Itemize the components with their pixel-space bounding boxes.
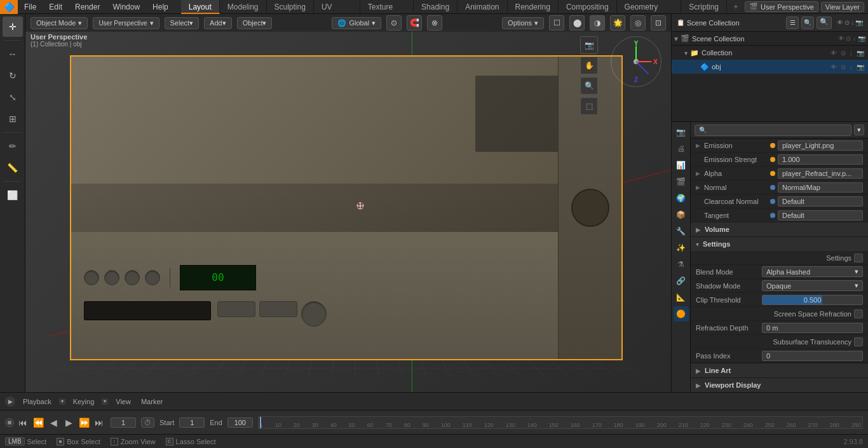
obj-action-hide[interactable]: ↓ xyxy=(848,64,854,71)
scene-selector[interactable]: 🎬 User Perspective xyxy=(745,1,818,12)
proportional-btn[interactable]: ⊗ xyxy=(427,15,442,31)
rotate-tool[interactable]: ↻ xyxy=(3,65,23,86)
prop-tab-particles[interactable]: ✨ xyxy=(674,240,689,255)
rendered-shading[interactable]: 🌟 xyxy=(610,15,625,31)
mode-dropdown[interactable]: Object Mode ▾ xyxy=(31,17,88,29)
tangent-value[interactable]: Default xyxy=(778,210,863,221)
pass-index-value[interactable]: 0 xyxy=(762,351,863,361)
cursor-tool[interactable]: ✛ xyxy=(3,17,23,37)
prop-tab-constraints[interactable]: 🔗 xyxy=(674,273,689,288)
tab-rendering[interactable]: Rendering xyxy=(508,0,559,14)
tab-add-button[interactable]: ＋ xyxy=(727,1,745,12)
scale-tool[interactable]: ⤡ xyxy=(3,87,23,107)
nav-camera-btn[interactable]: 📷 xyxy=(580,36,598,54)
nav-objects-btn[interactable]: ⬚ xyxy=(580,97,598,115)
playback-menu[interactable]: Playback xyxy=(20,398,54,405)
view-menu[interactable]: User Perspective▾ xyxy=(93,17,159,29)
snap-btn[interactable]: 🧲 xyxy=(407,15,422,31)
tab-compositing[interactable]: Compositing xyxy=(559,0,617,14)
material-shading[interactable]: ◑ xyxy=(590,15,605,31)
playhead[interactable] xyxy=(260,417,261,428)
refraction-depth-value[interactable]: 0 m xyxy=(762,323,863,333)
tab-modeling[interactable]: Modeling xyxy=(220,0,267,14)
keying-dropdown[interactable]: ▾ xyxy=(102,398,108,405)
viewport-gizmo[interactable]: X Y Z xyxy=(611,36,661,87)
prop-tab-modifiers[interactable]: 🔧 xyxy=(674,224,689,239)
jump-end-btn[interactable]: ⏭ xyxy=(93,416,105,429)
annotate-tool[interactable]: ✏ xyxy=(3,136,23,156)
prop-search-input[interactable]: 🔍 xyxy=(695,125,851,136)
scene-canvas[interactable]: 00 xyxy=(25,14,671,392)
volume-section-header[interactable]: ▶ Volume xyxy=(691,222,868,236)
play-btn[interactable]: ▶ xyxy=(62,416,75,429)
gizmo-circle[interactable]: X Y Z xyxy=(611,36,661,87)
alpha-value[interactable]: player_Refract_inv.p... xyxy=(778,168,863,179)
select-menu[interactable]: Select▾ xyxy=(165,17,200,29)
start-frame[interactable]: 1 xyxy=(179,417,205,428)
object-menu[interactable]: Object▾ xyxy=(237,17,273,29)
nav-hand-btn[interactable]: ✋ xyxy=(580,57,598,74)
viewport-display-header[interactable]: ▶ Viewport Display xyxy=(691,378,868,392)
normal-value[interactable]: Normal/Map xyxy=(778,182,863,193)
outliner-search-btn[interactable]: 🔍 xyxy=(801,17,814,29)
ssr-checkbox[interactable] xyxy=(854,309,863,318)
obj-action-select[interactable]: ⊙ xyxy=(839,64,847,71)
solid-shading[interactable]: ⬤ xyxy=(569,15,585,31)
transform-tool[interactable]: ⊞ xyxy=(3,109,23,129)
tab-layout[interactable]: Layout xyxy=(181,0,220,14)
tab-animation[interactable]: Animation xyxy=(458,0,507,14)
col-action-select[interactable]: ⊙ xyxy=(839,50,847,57)
col-action-view[interactable]: 👁 xyxy=(829,50,838,57)
menu-file[interactable]: File xyxy=(18,0,43,14)
current-frame[interactable]: 1 xyxy=(111,417,136,428)
menu-help[interactable]: Help xyxy=(146,0,175,14)
tab-shading[interactable]: Shading xyxy=(414,0,458,14)
collection-row[interactable]: ▾ 📁 Collection 👁 ⊙ ↓ 📷 xyxy=(672,46,868,60)
menu-edit[interactable]: Edit xyxy=(43,0,69,14)
tab-uv-editing[interactable]: UV Editing xyxy=(314,0,360,14)
menu-render[interactable]: Render xyxy=(69,0,106,14)
wireframe-shading[interactable]: ☐ xyxy=(549,15,564,31)
prop-tab-view-layer[interactable]: 📊 xyxy=(674,158,689,173)
settings-section-header[interactable]: ▾ Settings xyxy=(691,237,868,251)
line-art-header[interactable]: ▶ Line Art xyxy=(691,363,868,377)
outliner-filter-btn[interactable]: ☰ xyxy=(786,17,799,29)
3d-cursor[interactable] xyxy=(356,201,365,210)
marker-menu[interactable]: Marker xyxy=(139,398,165,405)
view-menu[interactable]: View xyxy=(113,398,133,405)
jump-start-btn[interactable]: ⏮ xyxy=(17,416,29,429)
overlay-btn[interactable]: ◎ xyxy=(630,15,646,31)
prop-tab-material[interactable]: 🟠 xyxy=(674,306,689,322)
outliner-search-input[interactable]: 🔍 xyxy=(817,17,832,29)
col-action-render[interactable]: 📷 xyxy=(855,50,865,57)
sst-checkbox[interactable] xyxy=(854,337,863,346)
prop-tab-data[interactable]: 📐 xyxy=(674,290,689,305)
tab-texture-paint[interactable]: Texture Paint xyxy=(360,0,414,14)
prop-tab-render[interactable]: 📷 xyxy=(674,125,689,140)
timeline-ruler[interactable]: 1102030405060708090100110120130140150160… xyxy=(258,416,863,429)
backface-checkbox[interactable] xyxy=(854,254,863,262)
col-action-hide[interactable]: ↓ xyxy=(848,50,854,57)
keying-menu[interactable]: Keying xyxy=(71,398,97,405)
pivot-btn[interactable]: ⊙ xyxy=(386,15,402,31)
em-strength-value[interactable]: 1.000 xyxy=(778,154,863,165)
clearcoat-value[interactable]: Default xyxy=(778,196,863,207)
shadow-mode-dropdown[interactable]: Opaque ▾ xyxy=(762,280,863,291)
obj-action-view[interactable]: 👁 xyxy=(829,64,838,71)
add-cube-tool[interactable]: ⬜ xyxy=(3,185,23,205)
prop-dropdown[interactable]: ▾ xyxy=(854,125,864,135)
prop-tab-scene[interactable]: 🎬 xyxy=(674,174,689,189)
playback-dropdown[interactable]: ▾ xyxy=(59,398,65,405)
measure-tool[interactable]: 📏 xyxy=(3,158,23,178)
viewport[interactable]: Object Mode ▾ User Perspective▾ Select▾ … xyxy=(25,14,671,392)
add-menu[interactable]: Add▾ xyxy=(204,17,232,29)
prop-tab-world[interactable]: 🌍 xyxy=(674,191,689,206)
obj-action-render[interactable]: 📷 xyxy=(855,64,865,71)
clip-threshold-value[interactable]: 0.500 xyxy=(762,295,863,305)
transform-dropdown[interactable]: 🌐 Global▾ xyxy=(332,17,381,29)
step-forward-btn[interactable]: ⏩ xyxy=(78,416,90,429)
prop-tab-physics[interactable]: ⚗ xyxy=(674,257,689,272)
vcr-object-3d[interactable]: 00 xyxy=(70,55,623,360)
prop-tab-object[interactable]: 📦 xyxy=(674,207,689,222)
view-layer-selector[interactable]: View Layer xyxy=(821,2,864,12)
